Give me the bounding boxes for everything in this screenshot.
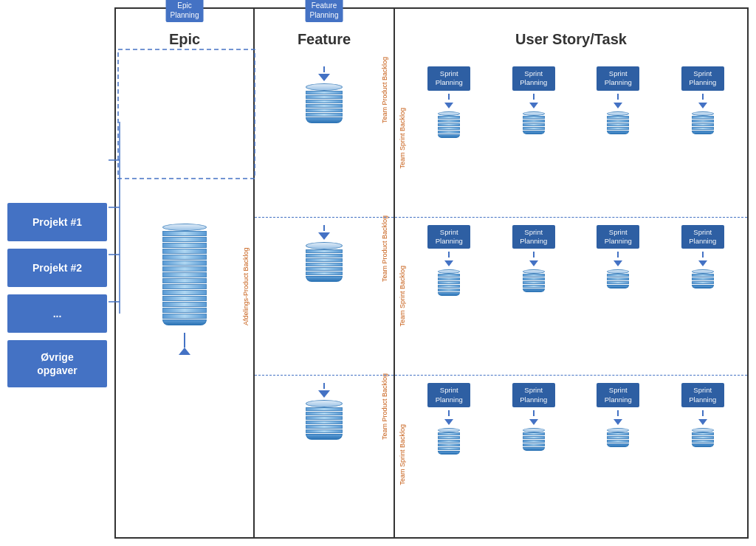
sprint-stack-1-2	[523, 111, 545, 134]
sprint-group-1-2: SprintPlanning	[493, 66, 575, 134]
userstory-section: User Story/Task Team Sprint Backlog Spri…	[395, 7, 749, 539]
feature-rows: Team Product Backlog	[255, 55, 394, 537]
sprint-stack-1-4	[692, 111, 714, 134]
sprint-stack-2-1	[438, 269, 460, 296]
sprint-stack-2-4	[692, 269, 714, 288]
feature-row-1: Team Product Backlog	[255, 59, 394, 218]
epic-stack: Afdelings-Product Backlog	[162, 224, 207, 325]
sprint-btn-1-1[interactable]: SprintPlanning	[427, 66, 470, 91]
userstory-row-3: Team Sprint Backlog SprintPlanning	[395, 376, 747, 533]
feature-stack-2: Team Product Backlog	[306, 242, 343, 282]
project-ellipsis: ...	[7, 294, 107, 333]
feature-backlog-label-3: Team Product Backlog	[381, 400, 388, 440]
epic-content: Afdelings-Product Backlog	[116, 55, 253, 537]
project-connector-lines	[109, 122, 120, 314]
userstory-title: User Story/Task	[395, 9, 747, 55]
sprint-btn-1-2[interactable]: SprintPlanning	[512, 66, 555, 91]
sprint-group-1-4: SprintPlanning	[662, 66, 744, 134]
project-2: Projekt #2	[7, 249, 107, 287]
sections-wrapper: EpicPlanning Epic	[114, 7, 749, 539]
sprint-btn-3-1[interactable]: SprintPlanning	[427, 383, 470, 407]
userstory-rows: Team Sprint Backlog SprintPlanning	[395, 55, 747, 537]
sprint-stack-3-2	[523, 428, 545, 451]
us-backlog-label-2: Team Sprint Backlog	[399, 266, 406, 327]
sprint-group-2-3: SprintPlanning	[577, 225, 659, 289]
userstory-row-2: Team Sprint Backlog SprintPlanning	[395, 218, 747, 376]
sprint-btn-1-4[interactable]: SprintPlanning	[681, 66, 724, 91]
sprint-group-1-1: SprintPlanning	[408, 66, 490, 138]
sprint-stack-2-2	[523, 269, 545, 292]
sprint-stack-3-3	[607, 428, 629, 447]
feature-backlog-label-2: Team Product Backlog	[381, 242, 388, 282]
projects-column: Projekt #1 Projekt #2 ... Øvrige opgaver	[7, 7, 114, 539]
sprint-btn-3-2[interactable]: SprintPlanning	[512, 383, 555, 407]
sprint-group-3-1: SprintPlanning	[408, 383, 490, 455]
us-backlog-label-3: Team Sprint Backlog	[399, 424, 406, 485]
diagram-container: Projekt #1 Projekt #2 ... Øvrige opgaver…	[0, 0, 756, 546]
sprint-stack-1-3	[607, 111, 629, 134]
feature-planning-badge: FeaturePlanning	[306, 0, 343, 22]
sprint-btn-2-4[interactable]: SprintPlanning	[681, 225, 724, 249]
epic-section: EpicPlanning Epic	[114, 7, 255, 539]
feature-stack-3: Team Product Backlog	[306, 400, 343, 440]
sprint-group-3-2: SprintPlanning	[493, 383, 575, 451]
us-backlog-label-1: Team Sprint Backlog	[399, 108, 406, 169]
sprint-btn-3-4[interactable]: SprintPlanning	[681, 383, 724, 407]
sprint-stack-3-1	[438, 428, 460, 455]
epic-planning-badge: EpicPlanning	[166, 0, 204, 22]
sprint-group-2-2: SprintPlanning	[493, 225, 575, 293]
afdelings-label: Afdelings-Product Backlog	[242, 224, 250, 325]
feature-row-3: Team Product Backlog	[255, 376, 394, 533]
feature-stack-1: Team Product Backlog	[306, 83, 343, 123]
sprint-btn-3-3[interactable]: SprintPlanning	[597, 383, 639, 407]
epic-arrow-up	[179, 333, 190, 355]
sprint-stack-3-4	[692, 428, 714, 447]
project-1: Projekt #1	[7, 203, 107, 241]
sprint-group-2-1: SprintPlanning	[408, 225, 490, 297]
sprint-btn-2-2[interactable]: SprintPlanning	[512, 225, 555, 249]
sprint-stack-1-1	[438, 111, 460, 138]
feature-section: FeaturePlanning Feature	[255, 7, 395, 539]
userstory-row-1: Team Sprint Backlog SprintPlanning	[395, 59, 747, 218]
sprint-btn-2-1[interactable]: SprintPlanning	[427, 225, 470, 249]
sprint-group-3-4: SprintPlanning	[662, 383, 744, 447]
feature-backlog-label-1: Team Product Backlog	[381, 83, 388, 123]
sprint-group-2-4: SprintPlanning	[662, 225, 744, 289]
sprint-btn-2-3[interactable]: SprintPlanning	[597, 225, 639, 249]
sprint-btn-1-3[interactable]: SprintPlanning	[597, 66, 639, 91]
sprint-stack-2-3	[607, 269, 629, 288]
feature-row-2: Team Product Backlog	[255, 218, 394, 376]
project-ovrige: Øvrige opgaver	[7, 340, 107, 387]
sprint-group-3-3: SprintPlanning	[577, 383, 659, 447]
sprint-group-1-3: SprintPlanning	[577, 66, 659, 134]
